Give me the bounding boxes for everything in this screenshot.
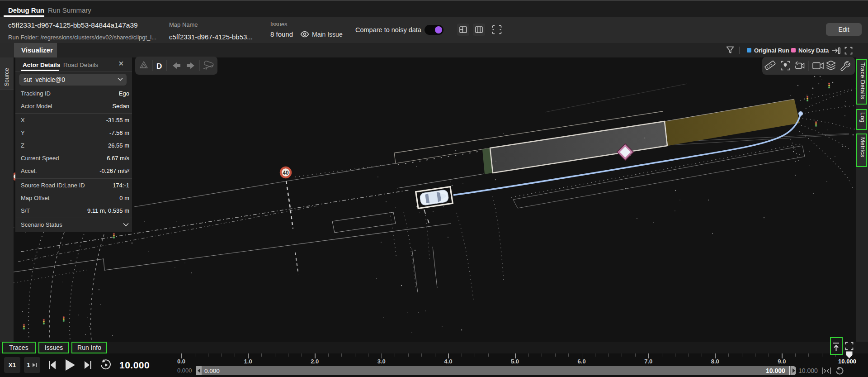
svg-text:40: 40	[283, 170, 289, 176]
svg-text:D: D	[156, 62, 162, 71]
